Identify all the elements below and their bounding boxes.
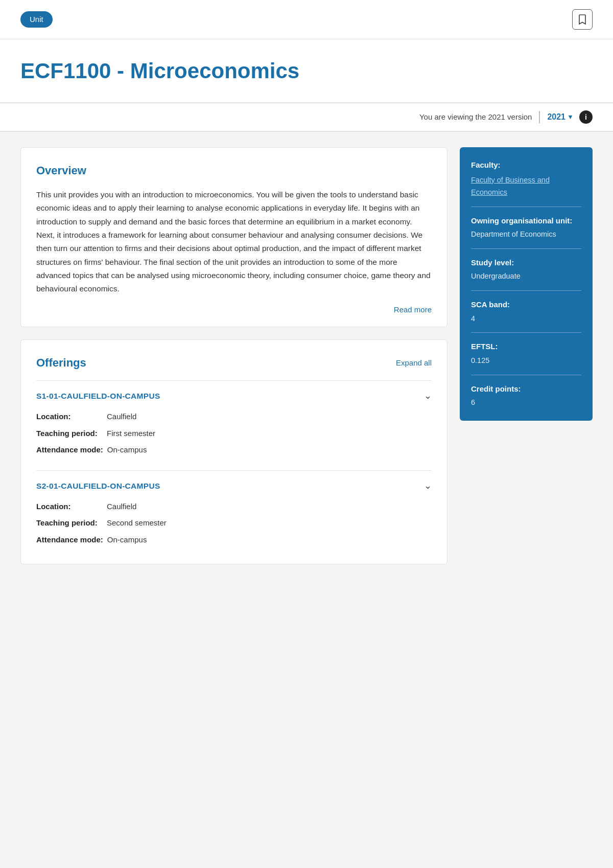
page-header: ECF1100 - Microeconomics bbox=[0, 39, 613, 103]
right-column: Faculty: Faculty of Business and Economi… bbox=[460, 147, 593, 421]
sidebar-credit-points: Credit points: 6 bbox=[471, 383, 581, 408]
sca-band-label: SCA band: bbox=[471, 299, 581, 311]
eftsl-label: EFTSL: bbox=[471, 341, 581, 353]
page-title: ECF1100 - Microeconomics bbox=[20, 55, 593, 87]
faculty-label: Faculty: bbox=[471, 159, 581, 171]
teaching-period-value-s1: First semester bbox=[107, 428, 155, 440]
sidebar-faculty: Faculty: Faculty of Business and Economi… bbox=[471, 159, 581, 207]
main-content: Overview This unit provides you with an … bbox=[0, 132, 613, 580]
location-value-s2: Caulfield bbox=[107, 501, 136, 513]
unit-badge: Unit bbox=[20, 11, 53, 28]
offering-details-s1: Location: Caulfield Teaching period: Fir… bbox=[36, 409, 432, 465]
top-bar: Unit bbox=[0, 0, 613, 39]
location-value-s1: Caulfield bbox=[107, 411, 136, 423]
offerings-card: Offerings Expand all S1-01-CAULFIELD-ON-… bbox=[20, 339, 447, 564]
sidebar-owning-unit: Owning organisational unit: Department o… bbox=[471, 215, 581, 249]
info-icon[interactable]: i bbox=[579, 110, 593, 124]
attendance-row-s1: Attendance mode: On-campus bbox=[36, 444, 432, 456]
read-more-link[interactable]: Read more bbox=[36, 304, 432, 316]
sidebar-sca-band: SCA band: 4 bbox=[471, 299, 581, 333]
version-year: 2021 bbox=[547, 111, 565, 123]
sidebar-study-level: Study level: Undergraduate bbox=[471, 257, 581, 291]
eftsl-value: 0.125 bbox=[471, 355, 581, 367]
bookmark-button[interactable] bbox=[572, 9, 593, 30]
faculty-link[interactable]: Faculty of Business and Economics bbox=[471, 176, 550, 196]
offering-title-s1: S1-01-CAULFIELD-ON-CAMPUS bbox=[36, 390, 160, 402]
info-icon-label: i bbox=[585, 112, 587, 123]
version-selector[interactable]: 2021 ▾ bbox=[539, 111, 572, 123]
version-text: You are viewing the 2021 version bbox=[419, 111, 532, 123]
overview-card: Overview This unit provides you with an … bbox=[20, 147, 447, 327]
attendance-value-s2: On-campus bbox=[107, 534, 147, 546]
teaching-period-value-s2: Second semester bbox=[107, 517, 167, 529]
teaching-period-label-s1: Teaching period: bbox=[36, 428, 103, 440]
expand-all-link[interactable]: Expand all bbox=[396, 357, 432, 369]
attendance-label-s2: Attendance mode: bbox=[36, 534, 103, 546]
location-label-s1: Location: bbox=[36, 411, 103, 423]
chevron-down-icon-s2: ⌄ bbox=[424, 479, 432, 493]
offering-header-s2[interactable]: S2-01-CAULFIELD-ON-CAMPUS ⌄ bbox=[36, 479, 432, 493]
offerings-header: Offerings Expand all bbox=[36, 354, 432, 371]
offering-header-s1[interactable]: S1-01-CAULFIELD-ON-CAMPUS ⌄ bbox=[36, 389, 432, 403]
version-bar: You are viewing the 2021 version 2021 ▾ … bbox=[0, 103, 613, 132]
overview-body: This unit provides you with an introduct… bbox=[36, 188, 432, 296]
teaching-period-row-s1: Teaching period: First semester bbox=[36, 428, 432, 440]
teaching-period-row-s2: Teaching period: Second semester bbox=[36, 517, 432, 529]
location-row-s2: Location: Caulfield bbox=[36, 501, 432, 513]
location-label-s2: Location: bbox=[36, 501, 103, 513]
chevron-down-icon: ▾ bbox=[569, 112, 572, 122]
offerings-title: Offerings bbox=[36, 354, 86, 371]
teaching-period-label-s2: Teaching period: bbox=[36, 517, 103, 529]
offering-item-s1: S1-01-CAULFIELD-ON-CAMPUS ⌄ Location: Ca… bbox=[36, 380, 432, 470]
owning-unit-label: Owning organisational unit: bbox=[471, 215, 581, 227]
bookmark-icon bbox=[577, 14, 587, 25]
study-level-label: Study level: bbox=[471, 257, 581, 269]
attendance-label-s1: Attendance mode: bbox=[36, 444, 103, 456]
credit-points-value: 6 bbox=[471, 397, 581, 408]
attendance-value-s1: On-campus bbox=[107, 444, 147, 456]
attendance-row-s2: Attendance mode: On-campus bbox=[36, 534, 432, 546]
owning-unit-value: Department of Economics bbox=[471, 229, 581, 240]
overview-title: Overview bbox=[36, 162, 432, 179]
offering-item-s2: S2-01-CAULFIELD-ON-CAMPUS ⌄ Location: Ca… bbox=[36, 470, 432, 564]
credit-points-label: Credit points: bbox=[471, 383, 581, 395]
offering-details-s2: Location: Caulfield Teaching period: Sec… bbox=[36, 499, 432, 555]
sidebar-card: Faculty: Faculty of Business and Economi… bbox=[460, 147, 593, 421]
sidebar-eftsl: EFTSL: 0.125 bbox=[471, 341, 581, 375]
left-column: Overview This unit provides you with an … bbox=[20, 147, 447, 564]
location-row-s1: Location: Caulfield bbox=[36, 411, 432, 423]
sca-band-value: 4 bbox=[471, 313, 581, 325]
offering-title-s2: S2-01-CAULFIELD-ON-CAMPUS bbox=[36, 480, 160, 492]
chevron-down-icon-s1: ⌄ bbox=[424, 389, 432, 403]
study-level-value: Undergraduate bbox=[471, 271, 581, 282]
